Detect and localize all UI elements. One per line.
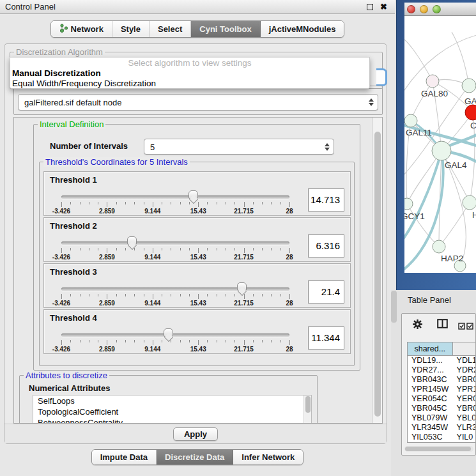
tab-impute-data[interactable]: Impute Data [92, 450, 157, 464]
slider-tick-label: 15.43 [190, 346, 206, 353]
slider-tick [162, 294, 162, 296]
slider-tick [61, 202, 62, 207]
mac-close-icon[interactable] [407, 5, 415, 13]
slider-tick-label: 28 [286, 208, 293, 215]
slider-thumb[interactable] [127, 236, 137, 245]
tab-discretize-data[interactable]: Discretize Data [157, 450, 233, 464]
settings-scrollbar-thumb[interactable] [374, 132, 381, 417]
slider-tick [153, 340, 153, 345]
algorithm-placeholder-option[interactable]: Select algorithm to view settings [10, 58, 369, 68]
network-node-label: GAL11 [406, 128, 432, 137]
table-hscrollbar-thumb[interactable] [405, 447, 471, 451]
table-region-scrollbar-thumb[interactable] [391, 291, 397, 323]
settings-vertical-scrollbar[interactable] [372, 118, 382, 423]
slider-tick [162, 248, 162, 250]
table-data-group: Table Data galFiltered.sif default node [13, 86, 383, 115]
table-row[interactable]: YDR27...YDR2 [408, 365, 476, 375]
algorithm-option-equal-width[interactable]: Equal Width/Frequency Discretization [12, 79, 367, 88]
network-node-h[interactable] [463, 196, 476, 210]
tab-infer-network[interactable]: Infer Network [233, 450, 303, 464]
slider-tick [226, 202, 226, 204]
network-node-ga[interactable] [462, 79, 476, 93]
slider-tick [80, 248, 81, 250]
slider-thumb[interactable] [237, 282, 247, 291]
slider-track[interactable] [61, 196, 289, 199]
combo-spinner-icon [368, 98, 374, 106]
slider-tick [234, 248, 235, 250]
table-row[interactable]: YLR345WYLR3 [408, 423, 476, 433]
table-row[interactable]: YBR045CYBR0 [408, 404, 476, 413]
slider-tick [80, 294, 81, 296]
network-node-gcy1[interactable] [404, 198, 413, 210]
slider-tick-label: 15.43 [190, 300, 206, 307]
attribute-list-item[interactable]: SelfLoops [33, 395, 311, 406]
float-window-icon[interactable] [367, 4, 373, 10]
slider-tick-label: 2.859 [99, 254, 115, 261]
threshold-panel: Threshold 1-3.4262.8599.14415.4321.71528… [43, 171, 351, 216]
slider-tick [171, 202, 171, 204]
table-cell-name: YBR0 [453, 375, 476, 385]
slider-tick [234, 202, 235, 204]
slider-tick [198, 202, 199, 207]
attributes-scrollbar-thumb[interactable] [305, 396, 311, 413]
algorithm-option-manual[interactable]: Manual Discretization [12, 68, 367, 78]
network-canvas[interactable]: GAL80GACGAL11GAL4GCY1HHAP2 [404, 16, 476, 273]
table-row[interactable]: YDL19...YDL1 [408, 356, 476, 365]
attributes-scrollbar[interactable] [303, 395, 311, 424]
apply-button[interactable]: Apply [173, 427, 218, 441]
threshold-value-field[interactable]: 11.344 [308, 326, 344, 349]
network-node-label: C [470, 121, 476, 130]
checkbox-select-all-icon[interactable] [466, 321, 473, 332]
network-node-c[interactable] [465, 105, 476, 120]
slider-tick [80, 202, 81, 204]
tab-select[interactable]: Select [150, 21, 191, 37]
tab-network[interactable]: Network [51, 21, 112, 37]
network-node-hap2[interactable] [433, 240, 445, 253]
table-row[interactable]: YBR043CYBR0 [408, 375, 476, 385]
slider-track[interactable] [61, 288, 289, 291]
table-data-combobox[interactable]: galFiltered.sif default node [18, 94, 378, 111]
network-node-gal80[interactable] [426, 75, 439, 88]
table-row[interactable]: YBL079WYBL0 [408, 413, 476, 423]
gear-icon[interactable] [412, 319, 423, 332]
attribute-list-item[interactable]: BetweennessCentrality [33, 417, 311, 424]
slider-tick [262, 248, 263, 250]
network-node-gal11[interactable] [404, 114, 417, 127]
slider-tick [89, 294, 89, 296]
slider-tick [144, 248, 144, 250]
slider-tick [98, 248, 98, 250]
slider-tick [180, 248, 181, 250]
slider-thumb[interactable] [188, 190, 198, 199]
network-node-label: GCY1 [404, 211, 425, 221]
close-icon[interactable]: ✖ [380, 1, 387, 13]
mac-zoom-icon[interactable] [433, 5, 441, 13]
attribute-list-item[interactable]: TopologicalCoefficient [33, 406, 311, 417]
network-node-gal4[interactable] [432, 141, 451, 160]
table-row[interactable]: YER054CYER0 [408, 394, 476, 404]
slider-thumb[interactable] [164, 328, 173, 337]
table-header-shared-name[interactable]: shared... [408, 342, 453, 355]
slider-tick [180, 340, 181, 342]
checkbox-select-icon[interactable] [458, 321, 465, 332]
table-row[interactable]: YPR145WYPR1 [408, 385, 476, 394]
control-panel-titlebar: Control Panel ✖ [0, 0, 395, 14]
table-row[interactable]: YIL053CYIL0 [408, 433, 476, 442]
threshold-value-field[interactable]: 21.4 [308, 280, 344, 303]
tab-jactivemnodules[interactable]: jActiveMNodules [261, 21, 344, 37]
mac-minimize-icon[interactable] [420, 5, 428, 13]
slider-tick-label: 9.144 [144, 208, 160, 215]
number-of-intervals-combobox[interactable]: 5 [144, 139, 334, 155]
threshold-value-field[interactable]: 14.713 [308, 188, 344, 211]
table-cell-name: YDR2 [453, 365, 476, 375]
network-window-titlebar[interactable] [404, 3, 476, 16]
slider-track[interactable] [61, 242, 289, 245]
tab-cyni-toolbox[interactable]: Cyni Toolbox [191, 21, 260, 37]
algorithm-combobox-focus-fragment[interactable] [376, 68, 387, 86]
column-layout-icon[interactable] [437, 319, 448, 331]
threshold-value-field[interactable]: 6.316 [308, 234, 344, 257]
attributes-group: Attributes to discretize Numerical Attri… [19, 375, 318, 424]
tab-style[interactable]: Style [112, 21, 150, 37]
table-header-name[interactable]: na [453, 342, 476, 355]
slider-track[interactable] [61, 334, 289, 337]
table-horizontal-scrollbar[interactable] [404, 446, 473, 452]
